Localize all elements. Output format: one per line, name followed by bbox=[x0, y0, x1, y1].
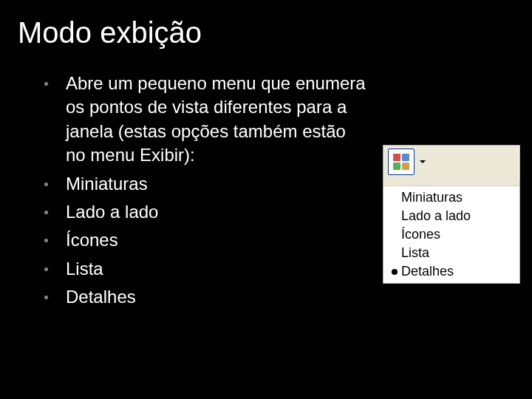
menu-item-detalhes[interactable]: Detalhes bbox=[385, 262, 518, 281]
item-text: Abre um pequeno menu que enumera os pont… bbox=[66, 72, 369, 168]
menu-item-label: Lista bbox=[401, 245, 429, 261]
separator bbox=[383, 178, 519, 185]
item-text: Lado a lado bbox=[66, 200, 158, 224]
bullet-icon bbox=[44, 239, 48, 242]
bullet-icon bbox=[44, 211, 48, 214]
list-item: Miniaturas bbox=[44, 172, 369, 196]
menu-item-lado-a-lado[interactable]: Lado a lado bbox=[385, 207, 518, 225]
chevron-down-icon[interactable] bbox=[417, 149, 428, 175]
list-item: Lista bbox=[44, 257, 369, 281]
menu-item-label: Lado a lado bbox=[401, 208, 471, 224]
item-text: Lista bbox=[66, 257, 103, 281]
views-menu: Miniaturas Lado a lado Ícones Lista Deta… bbox=[383, 145, 520, 284]
list-item: Detalhes bbox=[44, 285, 369, 309]
list-item: Lado a lado bbox=[44, 200, 369, 224]
toolbar-row bbox=[383, 146, 519, 178]
menu-item-lista[interactable]: Lista bbox=[385, 244, 518, 262]
radio-icon bbox=[388, 269, 401, 275]
views-button[interactable] bbox=[388, 149, 415, 175]
menu-item-label: Miniaturas bbox=[401, 190, 463, 205]
views-icon bbox=[393, 154, 409, 170]
menu-item-label: Detalhes bbox=[401, 264, 454, 279]
item-text: Ícones bbox=[66, 228, 118, 252]
menu-item-label: Ícones bbox=[401, 227, 440, 242]
bullet-icon bbox=[44, 183, 48, 186]
bullet-icon bbox=[44, 267, 48, 271]
menu-item-miniaturas[interactable]: Miniaturas bbox=[385, 188, 518, 207]
list-item: Abre um pequeno menu que enumera os pont… bbox=[44, 72, 369, 168]
bullet-icon bbox=[44, 296, 48, 299]
view-options-list: Miniaturas Lado a lado Ícones Lista Deta… bbox=[383, 185, 519, 283]
menu-item-icones[interactable]: Ícones bbox=[385, 225, 518, 244]
item-text: Miniaturas bbox=[66, 172, 148, 196]
bullet-icon bbox=[44, 82, 48, 86]
bullet-list: Abre um pequeno menu que enumera os pont… bbox=[0, 50, 369, 310]
slide-title: Modo exbição bbox=[0, 0, 532, 50]
item-text: Detalhes bbox=[66, 285, 136, 309]
list-item: Ícones bbox=[44, 228, 369, 252]
